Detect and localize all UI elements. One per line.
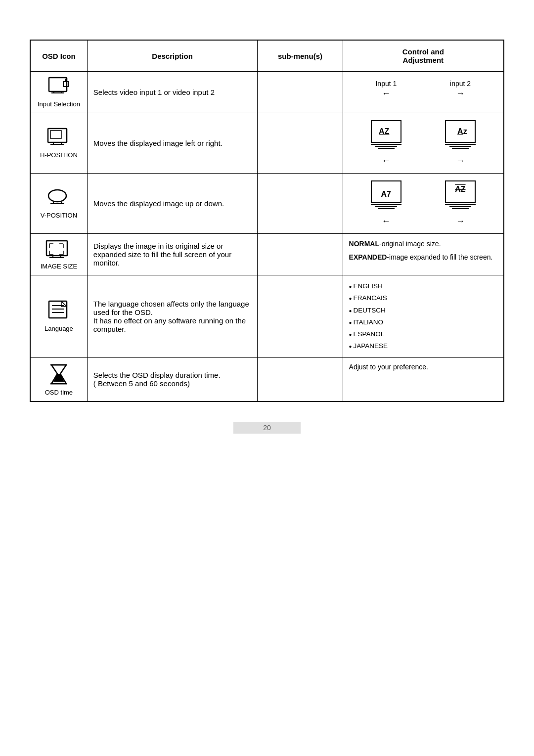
expanded-label: EXPANDED-image expanded to fill the scre… [349, 252, 497, 263]
submenu-language [258, 275, 343, 358]
control-input: Input 1 ← input 2 → [343, 72, 503, 113]
icon-cell-vpos: V-POSITION [31, 174, 88, 234]
lang-japanese: JAPANESE [349, 340, 497, 352]
image-size-icon [45, 239, 72, 261]
header-osd-icon: OSD Icon [31, 41, 88, 72]
control-language: ENGLISH FRANCAIS DEUTSCH ITALIANO ESPANO… [343, 275, 503, 358]
input2-arrow: → [450, 89, 471, 99]
row-language: Language The language chosen affects onl… [31, 275, 504, 358]
input1-block: Input 1 ← [375, 80, 397, 99]
lang-italiano: ITALIANO [349, 316, 497, 328]
language-label: Language [37, 325, 81, 332]
row-image-size: IMAGE SIZE Displays the image in its ori… [31, 234, 504, 275]
icon-cell-input: Input Selection [31, 72, 88, 113]
icon-cell-imagesize: IMAGE SIZE [31, 234, 88, 275]
vpos-right-screen: AZ [445, 180, 476, 203]
icon-cell-language: Language [31, 275, 88, 358]
row-h-position: H-POSITION Moves the displayed image lef… [31, 113, 504, 174]
row-osd-time: OSD time Selects the OSD display duratio… [31, 357, 504, 401]
header-control: Control and Adjustment [343, 41, 503, 72]
lang-deutsch: DEUTSCH [349, 305, 497, 316]
input1-label: Input 1 [375, 80, 397, 88]
vpos-left-screen: A7 [371, 180, 401, 203]
lang-english: ENGLISH [349, 280, 497, 292]
icon-cell-hpos: H-POSITION [31, 113, 88, 174]
page-number: 20 [233, 422, 301, 434]
normal-label: NORMAL-original image size. [349, 239, 497, 249]
desc-language: The language chosen affects only the lan… [87, 275, 258, 358]
svg-rect-3 [63, 82, 68, 87]
svg-rect-0 [49, 78, 67, 91]
osd-time-icon [46, 363, 71, 387]
header-submenu: sub-menu(s) [258, 41, 343, 72]
desc-input: Selects video input 1 or video input 2 [87, 72, 258, 113]
hpos-left-block: AZ ← [371, 120, 401, 166]
control-hpos: AZ ← [343, 113, 503, 174]
submenu-osdtime [258, 357, 343, 401]
input-selection-label: Input Selection [37, 100, 81, 108]
input2-block: input 2 → [450, 80, 471, 99]
submenu-hpos [258, 113, 343, 174]
control-osdtime: Adjust to your preference. [343, 357, 503, 401]
hpos-right-screen: Az [445, 120, 476, 143]
input1-arrow: ← [375, 89, 397, 99]
input-selection-icon [46, 77, 71, 98]
desc-hpos: Moves the displayed image left or right. [87, 113, 258, 174]
submenu-input [258, 72, 343, 113]
submenu-imagesize [258, 234, 343, 275]
v-position-icon [46, 188, 71, 210]
control-imagesize: NORMAL-original image size. EXPANDED-ima… [343, 234, 503, 275]
input2-label: input 2 [450, 80, 471, 88]
row-v-position: V-POSITION Moves the displayed image up … [31, 174, 504, 234]
main-table: OSD Icon Description sub-menu(s) Control… [30, 40, 504, 402]
row-input-selection: Input Selection Selects video input 1 or… [31, 72, 504, 113]
submenu-vpos [258, 174, 343, 234]
image-size-label: IMAGE SIZE [37, 263, 81, 270]
hpos-right-block: Az → [445, 120, 476, 166]
desc-vpos: Moves the displayed image up or down. [87, 174, 258, 234]
vpos-left-block: A7 ← [371, 180, 401, 226]
osd-time-label: OSD time [37, 389, 81, 396]
v-position-label: V-POSITION [37, 212, 81, 219]
desc-imagesize: Displays the image in its original size … [87, 234, 258, 275]
hpos-left-screen: AZ [371, 120, 401, 143]
svg-rect-6 [50, 131, 61, 138]
language-icon [46, 300, 71, 323]
control-vpos: A7 ← [343, 174, 503, 234]
icon-cell-osdtime: OSD time [31, 357, 88, 401]
desc-osdtime: Selects the OSD display duration time. (… [87, 357, 258, 401]
lang-espanol: ESPANOL [349, 328, 497, 340]
lang-francais: FRANCAIS [349, 292, 497, 304]
h-position-label: H-POSITION [37, 151, 81, 159]
h-position-icon [46, 128, 71, 149]
vpos-right-block: AZ → [445, 180, 476, 226]
header-description: Description [87, 41, 258, 72]
svg-point-10 [48, 190, 66, 202]
language-list: ENGLISH FRANCAIS DEUTSCH ITALIANO ESPANO… [349, 280, 497, 353]
